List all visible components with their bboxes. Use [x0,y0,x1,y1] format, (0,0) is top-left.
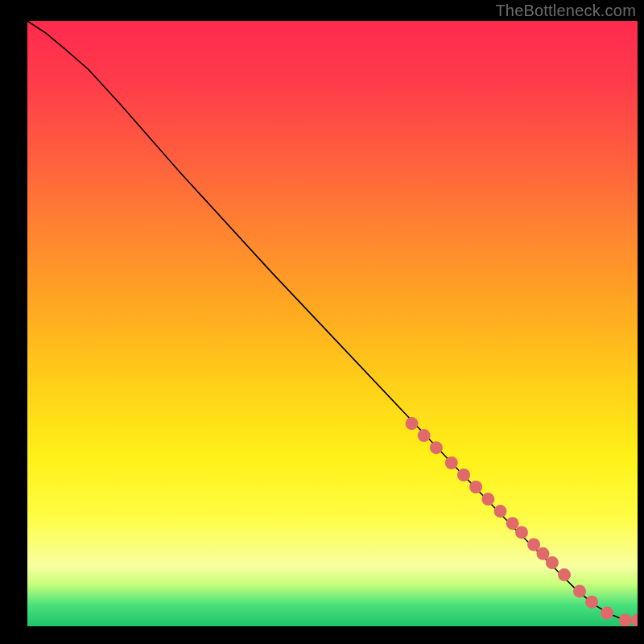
data-point [537,547,550,560]
data-point [418,429,431,442]
data-point [469,481,482,493]
data-point [494,505,507,518]
data-point [546,556,559,569]
data-point [457,469,470,481]
data-points [406,417,638,626]
data-point [430,441,443,454]
data-point [515,526,528,539]
attribution-text: TheBottleneck.com [495,2,636,20]
data-point [573,584,586,597]
data-point [406,417,419,430]
data-point [558,568,571,581]
plot-overlay [27,21,638,626]
curve-line [27,21,638,621]
data-point [619,614,632,627]
chart-container: TheBottleneck.com [0,0,644,644]
data-point [631,614,638,627]
data-point [527,539,540,551]
data-point [585,596,598,609]
data-point [481,493,494,506]
data-point [601,607,613,620]
data-point [445,456,458,469]
data-point [506,517,519,530]
plot-area [27,21,638,626]
